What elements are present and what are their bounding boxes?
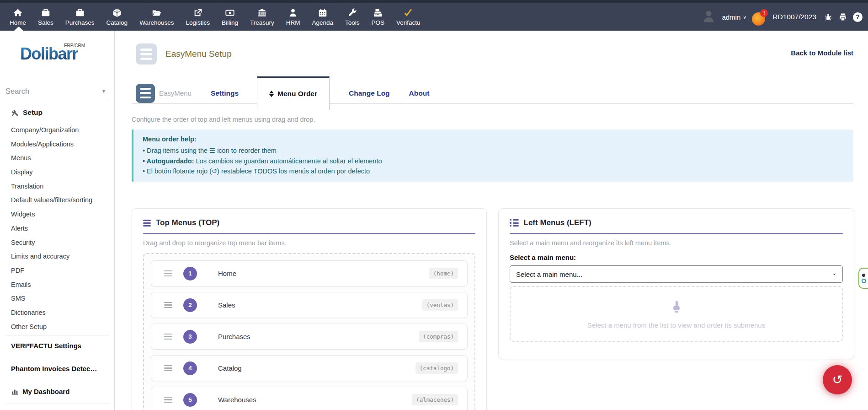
back-to-module-list-link[interactable]: Back to Module list <box>791 49 853 57</box>
sidebar-item-translation[interactable]: Translation <box>11 179 111 194</box>
top-navbar: Home Sales Purchases Catalog Warehouses … <box>0 0 868 31</box>
menu-row-sales[interactable]: 2 Sales (ventas) <box>151 292 468 318</box>
nav-item-label: Agenda <box>312 19 334 26</box>
divider <box>5 358 109 358</box>
edge-widget-button[interactable] <box>858 268 868 289</box>
notification-badge: ! <box>760 9 768 17</box>
tab-about[interactable]: About <box>409 89 430 97</box>
sidebar-item-my-dashboard[interactable]: My Dashboard <box>11 388 69 395</box>
nav-item-treasury[interactable]: Treasury <box>244 3 280 31</box>
menu-row-warehouses[interactable]: 5 Warehouses (almacenes) <box>151 387 468 410</box>
bug-icon[interactable] <box>824 12 833 22</box>
sidebar-item-limits-accuracy[interactable]: Limits and accuracy <box>11 249 111 264</box>
sidebar-item-display[interactable]: Display <box>11 165 111 179</box>
logo-sup: ERP/CRM <box>64 43 85 48</box>
chevron-down-icon: ∨ <box>743 14 746 20</box>
page-title: EasyMenu Setup <box>165 49 232 59</box>
nav-item-label: Billing <box>222 19 238 26</box>
sidebar-item-alerts[interactable]: Alerts <box>11 221 111 236</box>
help-icon[interactable]: ? <box>853 12 863 22</box>
menu-row-purchases[interactable]: 3 Purchases (compras) <box>151 324 468 350</box>
order-number-badge: 4 <box>183 361 197 375</box>
tab-settings[interactable]: Settings <box>211 89 239 97</box>
search-dropdown-icon[interactable]: ▼ <box>101 89 106 94</box>
drag-handle-icon[interactable] <box>164 270 172 277</box>
divider <box>5 335 109 335</box>
sidebar-item-widgets[interactable]: Widgets <box>11 207 111 221</box>
sidebar-item-security[interactable]: Security <box>11 236 111 250</box>
nav-item-label: POS <box>372 19 385 26</box>
order-number-badge: 1 <box>183 267 197 281</box>
user-icon <box>288 8 298 18</box>
wrench-icon <box>347 8 357 18</box>
sort-icon <box>269 91 274 97</box>
sidebar-item-modules-applications[interactable]: Modules/Applications <box>11 137 111 151</box>
nav-item-catalog[interactable]: Catalog <box>101 3 134 31</box>
menu-row-home[interactable]: 1 Home (home) <box>151 260 468 286</box>
sidebar-section-label: Setup <box>23 108 43 117</box>
user-menu[interactable]: admin ∨ <box>722 13 746 21</box>
top-menus-panel-header: Top Menus (TOP) <box>143 218 475 227</box>
left-sidebar: DolibarrERP/CRM ▼ Setup Company/Organiza… <box>0 31 115 410</box>
left-menus-panel-subtitle: Select a main menu and reorganize its le… <box>510 239 843 247</box>
nav-item-agenda[interactable]: Agenda <box>306 3 340 31</box>
nav-item-sales[interactable]: Sales <box>32 3 59 31</box>
help-line-rest: Los cambios se guardan automáticamente a… <box>194 157 382 165</box>
sidebar-item-dictionaries[interactable]: Dictionaries <box>11 306 111 320</box>
sidebar-section-setup[interactable]: Setup <box>11 108 43 117</box>
drag-handle-icon[interactable] <box>164 334 172 340</box>
nav-item-hrm[interactable]: HRM <box>280 3 306 31</box>
nav-item-verifactu[interactable]: Verifactu <box>390 3 426 31</box>
menu-row-code-badge: (catalogo) <box>415 362 458 374</box>
sidebar-search: ▼ <box>5 84 107 99</box>
sidebar-item-verifactu-settings[interactable]: VERI*FACTU Settings <box>11 342 81 350</box>
left-menus-panel-title: Left Menus (LEFT) <box>524 218 591 227</box>
search-input[interactable] <box>5 84 107 99</box>
sidebar-item-label: VERI*FACTU Settings <box>11 342 81 350</box>
reset-menus-button[interactable]: ↺ <box>823 365 852 394</box>
drag-handle-icon[interactable] <box>164 365 172 372</box>
tab-menu-order[interactable]: Menu Order <box>257 76 330 110</box>
topnav-menu: Home Sales Purchases Catalog Warehouses … <box>4 3 426 31</box>
sidebar-item-emails[interactable]: Emails <box>11 278 111 292</box>
top-menus-panel-subtitle: Drag and drop to reorganize top menu bar… <box>143 239 475 247</box>
folder-open-icon <box>152 8 162 18</box>
top-menus-panel: Top Menus (TOP) Drag and drop to reorgan… <box>132 208 487 410</box>
top-menus-sortable-list: 1 Home (home) 2 Sales (ventas) 3 Purchas… <box>143 253 475 410</box>
check-icon <box>403 8 413 18</box>
active-nav-notch <box>14 27 23 31</box>
sidebar-item-menus[interactable]: Menus <box>11 151 111 165</box>
drag-handle-icon[interactable] <box>164 302 172 308</box>
edge-widget-dot-icon <box>862 274 865 277</box>
help-line: • Drag items using the ☰ icon to reorder… <box>143 147 844 154</box>
bank-icon <box>257 8 267 18</box>
sidebar-item-sms[interactable]: SMS <box>11 291 111 306</box>
drag-handle-icon[interactable] <box>164 397 172 403</box>
sidebar-item-other-setup[interactable]: Other Setup <box>11 320 111 334</box>
user-avatar[interactable] <box>701 9 716 26</box>
sidebar-item-phantom-invoices[interactable]: Phantom Invoices Detec… <box>11 365 97 372</box>
nav-item-billing[interactable]: Billing <box>216 3 244 31</box>
print-icon[interactable] <box>838 12 847 22</box>
panel-underline <box>510 233 843 234</box>
tab-module-label: EasyMenu <box>159 89 192 97</box>
nav-item-logistics[interactable]: Logistics <box>180 3 216 31</box>
nav-item-pos[interactable]: POS <box>366 3 391 31</box>
nav-item-purchases[interactable]: Purchases <box>59 3 101 31</box>
help-title: Menu order help: <box>143 135 844 143</box>
notification-icon[interactable]: ! <box>752 12 765 26</box>
tab-change-log[interactable]: Change Log <box>349 89 390 97</box>
divider <box>5 381 109 381</box>
sidebar-item-default-values[interactable]: Default values/filters/sorting <box>11 193 111 207</box>
order-number-badge: 2 <box>183 298 197 312</box>
nav-item-tools[interactable]: Tools <box>339 3 366 31</box>
menu-row-catalog[interactable]: 4 Catalog (catalogo) <box>151 355 468 381</box>
sidebar-item-company-organization[interactable]: Company/Organization <box>11 123 111 137</box>
topnav-right: admin ∨ ! RD1007/2023 ? <box>701 3 863 31</box>
main-menu-select[interactable]: Select a main menu... <box>510 265 843 283</box>
main-content: EasyMenu Setup Back to Module list EasyM… <box>115 31 868 410</box>
nav-item-label: Catalog <box>107 19 128 26</box>
sidebar-item-pdf[interactable]: PDF <box>11 264 111 278</box>
edge-widget-ring-icon <box>862 279 866 283</box>
nav-item-warehouses[interactable]: Warehouses <box>133 3 180 31</box>
